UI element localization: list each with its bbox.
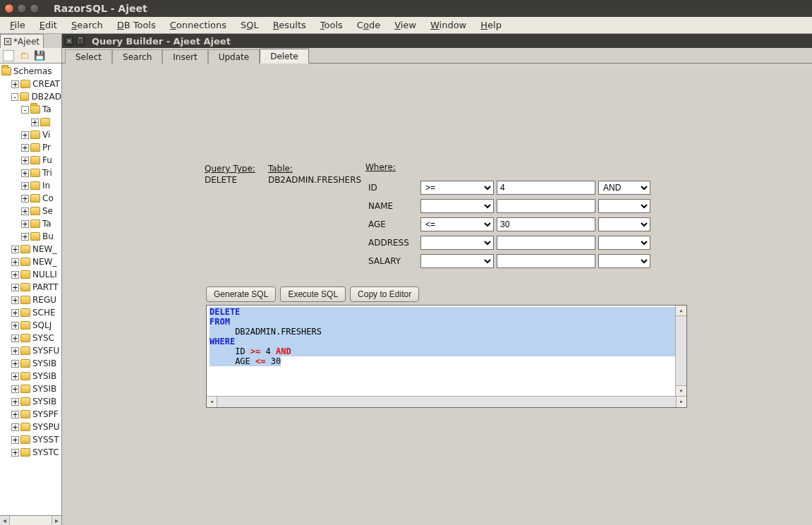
expand-toggle-icon[interactable]: + — [11, 246, 19, 253]
tree-node[interactable]: +Bu — [0, 230, 61, 243]
expand-toggle-icon[interactable]: + — [11, 284, 19, 291]
tree-node[interactable]: +PARTT — [0, 281, 61, 294]
execute-sql-button[interactable]: Execute SQL — [280, 286, 346, 302]
tree-node[interactable]: +REGU — [0, 294, 61, 306]
expand-toggle-icon[interactable]: + — [21, 169, 29, 177]
expand-toggle-icon[interactable]: + — [11, 258, 19, 266]
tree-node[interactable]: +SYSIB — [0, 395, 61, 408]
tree-node[interactable]: +SYSPU — [0, 421, 61, 433]
menu-help[interactable]: Help — [473, 18, 509, 32]
where-value-input[interactable] — [497, 254, 595, 268]
schema-tree[interactable]: Schemas+CREAT-DB2AD-Ta++Vi+Pr+Fu+Tri+In+… — [0, 64, 61, 515]
expand-toggle-icon[interactable]: + — [11, 360, 19, 368]
menu-dbtools[interactable]: DB Tools — [110, 18, 163, 32]
tree-node[interactable]: +Ta — [0, 217, 61, 230]
scroll-right-icon[interactable]: ▸ — [51, 516, 61, 525]
tree-node[interactable]: +SYSPF — [0, 408, 61, 421]
tree-node[interactable]: +SYSST — [0, 433, 61, 446]
where-conjunction-select[interactable] — [598, 199, 650, 213]
where-conjunction-select[interactable]: AND — [598, 181, 650, 195]
tab-update[interactable]: Update — [208, 49, 260, 64]
expand-toggle-icon[interactable]: + — [21, 195, 29, 203]
generate-sql-button[interactable]: Generate SQL — [206, 286, 276, 302]
expand-toggle-icon[interactable]: + — [21, 157, 29, 164]
expand-toggle-icon[interactable]: - — [21, 106, 29, 114]
tree-hscroll[interactable]: ◂ ▸ — [0, 515, 61, 525]
expand-toggle-icon[interactable]: + — [21, 207, 29, 215]
minimize-icon[interactable]: ‾ — [76, 37, 85, 45]
where-operator-select[interactable] — [420, 236, 494, 250]
tab-select[interactable]: Select — [65, 49, 112, 64]
scroll-track[interactable] — [10, 516, 51, 525]
expand-toggle-icon[interactable]: + — [11, 449, 19, 457]
tree-node[interactable]: -Ta — [0, 103, 61, 116]
tree-node[interactable]: +SYSIB — [0, 370, 61, 382]
copy-to-editor-button[interactable]: Copy to Editor — [350, 286, 419, 302]
tab-delete[interactable]: Delete — [260, 49, 308, 64]
save-icon[interactable]: 💾 — [34, 50, 45, 61]
menu-connections[interactable]: Connections — [163, 18, 234, 32]
expand-toggle-icon[interactable]: + — [11, 373, 19, 380]
scroll-up-icon[interactable]: ▴ — [676, 306, 686, 316]
expand-toggle-icon[interactable]: + — [11, 271, 19, 279]
tree-node[interactable]: +Fu — [0, 154, 61, 167]
tree-node[interactable]: +Pr — [0, 141, 61, 154]
where-conjunction-select[interactable] — [598, 236, 650, 250]
maximize-icon[interactable] — [30, 4, 40, 13]
menu-view[interactable]: View — [387, 18, 423, 32]
expand-toggle-icon[interactable]: - — [11, 93, 18, 101]
expand-toggle-icon[interactable]: + — [11, 436, 19, 444]
menu-edit[interactable]: Edit — [32, 18, 64, 32]
where-value-input[interactable] — [497, 199, 595, 213]
tree-node[interactable]: +Co — [0, 192, 61, 205]
where-operator-select[interactable] — [420, 254, 494, 268]
menu-tools[interactable]: Tools — [313, 18, 350, 32]
scroll-left-icon[interactable]: ◂ — [0, 516, 10, 525]
tree-node[interactable]: +SCHE — [0, 306, 61, 319]
menu-sql[interactable]: SQL — [234, 18, 266, 32]
expand-toggle-icon[interactable]: + — [11, 309, 19, 317]
menu-search[interactable]: Search — [64, 18, 110, 32]
expand-toggle-icon[interactable]: + — [11, 334, 19, 342]
close-icon[interactable] — [4, 4, 14, 13]
where-value-input[interactable] — [497, 236, 595, 250]
where-operator-select[interactable] — [420, 199, 494, 213]
menu-file[interactable]: File — [3, 18, 32, 32]
tree-root[interactable]: Schemas — [0, 65, 61, 78]
tree-node[interactable]: +Tri — [0, 167, 61, 179]
where-operator-select[interactable]: >= — [420, 181, 494, 195]
open-folder-icon[interactable]: 🗀 — [18, 50, 30, 61]
expand-toggle-icon[interactable]: + — [31, 119, 39, 126]
scroll-left-icon[interactable]: ◂ — [207, 397, 217, 407]
new-file-icon[interactable] — [3, 50, 14, 61]
where-value-input[interactable] — [497, 181, 595, 195]
menu-window[interactable]: Window — [423, 18, 473, 32]
tree-node[interactable]: +Vi — [0, 128, 61, 141]
expand-toggle-icon[interactable]: + — [11, 411, 19, 418]
expand-toggle-icon[interactable]: + — [21, 233, 29, 241]
tree-node[interactable]: +NULLI — [0, 268, 61, 281]
expand-toggle-icon[interactable]: + — [11, 423, 19, 431]
where-conjunction-select[interactable] — [598, 217, 650, 231]
tree-node[interactable]: + — [0, 116, 61, 128]
scroll-track[interactable] — [676, 316, 686, 385]
tree-node[interactable]: +In — [0, 179, 61, 192]
tree-node[interactable]: +SYSIB — [0, 382, 61, 395]
expand-toggle-icon[interactable]: + — [21, 220, 29, 228]
where-operator-select[interactable]: <= — [420, 217, 494, 231]
tab-insert[interactable]: Insert — [162, 49, 207, 64]
expand-toggle-icon[interactable]: + — [11, 296, 19, 304]
tree-node[interactable]: +NEW_ — [0, 255, 61, 268]
minimize-icon[interactable] — [17, 4, 27, 13]
tree-node[interactable]: +Se — [0, 205, 61, 217]
tree-node[interactable]: -DB2AD — [0, 90, 61, 103]
editor-tab-ajeet[interactable]: × *Ajeet — [0, 34, 44, 48]
expand-toggle-icon[interactable]: + — [11, 385, 19, 393]
close-icon[interactable]: × — [65, 37, 73, 45]
where-conjunction-select[interactable] — [598, 254, 650, 268]
tree-node[interactable]: +SYSFU — [0, 344, 61, 357]
sql-preview[interactable]: DELETE FROM DB2ADMIN.FRESHERS WHERE ID >… — [206, 305, 687, 408]
expand-toggle-icon[interactable]: + — [21, 131, 29, 139]
expand-toggle-icon[interactable]: + — [11, 80, 19, 88]
expand-toggle-icon[interactable]: + — [11, 347, 19, 355]
